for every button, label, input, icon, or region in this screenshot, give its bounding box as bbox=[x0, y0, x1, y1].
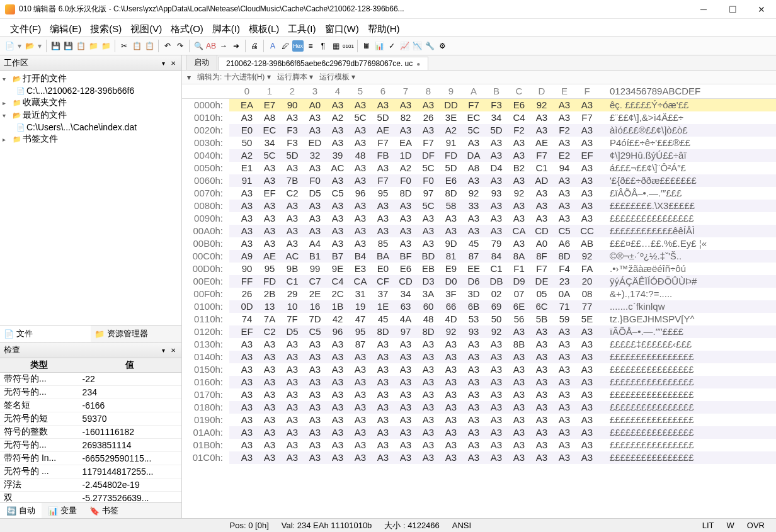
panel-close-icon[interactable]: ✕ bbox=[169, 346, 178, 354]
hex-row[interactable]: 0080h:A3A3A3A3A3A3A3A35C5833A3A3A3A3A3££… bbox=[182, 200, 776, 212]
inspect-row[interactable]: 符号的整数-1601116182 bbox=[0, 426, 181, 439]
goto-icon[interactable]: → bbox=[218, 40, 229, 52]
wrap-icon[interactable]: ¶ bbox=[317, 40, 329, 52]
dropdown-icon[interactable]: ▾ bbox=[16, 40, 23, 52]
hex-row[interactable]: 0090h:A3A3A3A3A3A3A3A3A3A3A3A3A3A3A3A3££… bbox=[182, 212, 776, 225]
tool-icon[interactable]: 🔧 bbox=[424, 40, 435, 52]
hex-row[interactable]: 01B0h:A3A3A3A3A3A3A3A3A3A3A3A3A3A3A3A3££… bbox=[182, 439, 776, 451]
folder-icon[interactable]: 📁 bbox=[88, 40, 99, 52]
panel-menu-icon[interactable]: ▾ bbox=[159, 59, 168, 67]
inspect-row[interactable]: 无符号的 ...1179144817255... bbox=[0, 465, 181, 478]
hex-row[interactable]: 00F0h:262B292E2C3137343A3F3D0207050A08&+… bbox=[182, 288, 776, 300]
hex-row[interactable]: 0170h:A3A3A3A3A3A3A3A3A3A3A3A3A3A3A3A3££… bbox=[182, 388, 776, 401]
new-icon[interactable]: 📄 bbox=[4, 40, 15, 52]
cut-icon[interactable]: ✂ bbox=[118, 40, 130, 52]
redo-icon[interactable]: ↷ bbox=[174, 40, 186, 52]
hex-row[interactable]: 0190h:A3A3A3A3A3A3A3A3A3A3A3A3A3A3A3A3££… bbox=[182, 414, 776, 426]
tool2-icon[interactable]: ⚙ bbox=[437, 40, 448, 52]
saveas-icon[interactable]: 📋 bbox=[75, 40, 86, 52]
tab-close-icon[interactable]: ● bbox=[416, 60, 420, 67]
close-button[interactable]: ✕ bbox=[747, 0, 776, 19]
inspect-row[interactable]: 双-5.2773526639... bbox=[0, 492, 181, 503]
hex-row[interactable]: 0100h:0D1310161B191E6360666B696E6C7177..… bbox=[182, 300, 776, 313]
tree-open-files[interactable]: ▾📂打开的文件 bbox=[0, 72, 181, 85]
inspect-row[interactable]: 无符号的...234 bbox=[0, 386, 181, 399]
checksum-icon[interactable]: ✓ bbox=[386, 40, 397, 52]
hex-icon[interactable]: Hex bbox=[292, 40, 304, 52]
copy-icon[interactable]: 📋 bbox=[131, 40, 142, 52]
hex-row[interactable]: 0160h:A3A3A3A3A3A3A3A3A3A3A3A3A3A3A3A3££… bbox=[182, 376, 776, 388]
find-icon[interactable]: 🔍 bbox=[193, 40, 204, 52]
menu-search[interactable]: 搜索(S) bbox=[86, 22, 125, 37]
minimize-button[interactable]: ─ bbox=[689, 0, 718, 19]
compare-icon[interactable]: 📊 bbox=[374, 40, 385, 52]
calc-icon[interactable]: 🖩 bbox=[361, 40, 372, 52]
menu-tools[interactable]: 工具(I) bbox=[284, 22, 319, 37]
run-script-dropdown[interactable]: 运行脚本 ▾ bbox=[277, 72, 313, 82]
tree-bookmark-files[interactable]: ▸📁书签文件 bbox=[0, 133, 181, 145]
hex-row[interactable]: 01C0h:A3A3A3A3A3A3A3A3A3A3A3A3A3A3A3A3££… bbox=[182, 451, 776, 464]
hex-row[interactable]: 00D0h:90959B999EE3E0E6EBE9EEC1F1F7F4FA.•… bbox=[182, 263, 776, 275]
highlight-icon[interactable]: 🖊 bbox=[280, 40, 291, 52]
hex-row[interactable]: 0150h:A3A3A3A3A3A3A3A3A3A3A3A3A3A3A3A3££… bbox=[182, 363, 776, 376]
font-icon[interactable]: A bbox=[267, 40, 278, 52]
folder2-icon[interactable]: 📁 bbox=[100, 40, 111, 52]
tab-files[interactable]: 📄文件 bbox=[0, 325, 91, 342]
hex-view[interactable]: 0123456789ABCDEF 0123456789ABCDEF 0000h:… bbox=[182, 84, 776, 518]
menu-window[interactable]: 窗口(W) bbox=[321, 22, 363, 37]
hex-row[interactable]: 0120h:EFC2D5C596958D978D929392A3A3A3A3ïÂ… bbox=[182, 325, 776, 338]
insp-tab-bookmark[interactable]: 🔖书签 bbox=[83, 503, 125, 518]
hex-row[interactable]: 00B0h:A3A3A3A4A3A385A3A39D4579A3A0A6AB££… bbox=[182, 237, 776, 250]
hex-row[interactable]: 0000h:EAE790A0A3A3A3A3A3DDF7F3E692A3A3êç… bbox=[182, 99, 776, 111]
menu-edit[interactable]: 编辑(E) bbox=[46, 22, 85, 37]
inspect-col-type[interactable]: 类型 bbox=[0, 358, 79, 373]
open-icon[interactable]: 📂 bbox=[24, 40, 35, 52]
menu-script[interactable]: 脚本(I) bbox=[208, 22, 244, 37]
edit-as-dropdown[interactable]: 编辑为: 十六进制(H) ▾ bbox=[197, 72, 271, 82]
hex-row[interactable]: 0060h:91A37BF0A3A3F7F0F0E6A3A3A3ADA3A3'£… bbox=[182, 174, 776, 187]
panel-close-icon[interactable]: ✕ bbox=[169, 59, 178, 67]
tree-file1[interactable]: 📄C:\...\210062-128-396b66f6 bbox=[0, 85, 181, 96]
insp-tab-auto[interactable]: 🔄自动 bbox=[0, 503, 42, 518]
tree-recent1[interactable]: 📄C:\Users\...\Cache\index.dat bbox=[0, 122, 181, 133]
tab-current-file[interactable]: 210062-128-396b66f65aebe6c29679db7769806… bbox=[218, 57, 428, 70]
hex-row[interactable]: 0110h:747A7F7D4247454A484D5350565B595Etz… bbox=[182, 313, 776, 325]
inspect-row[interactable]: 带符号的 In...-665529590115... bbox=[0, 452, 181, 465]
tab-explorer[interactable]: 📁资源管理器 bbox=[91, 325, 181, 342]
run-template-dropdown[interactable]: 运行模板 ▾ bbox=[319, 72, 355, 82]
insp-tab-var[interactable]: 📊变量 bbox=[42, 503, 83, 518]
hex-row[interactable]: 00C0h:A9AEACB1B7B4BABFBD8187848A8F8D92©®… bbox=[182, 250, 776, 263]
maximize-button[interactable]: ☐ bbox=[718, 0, 747, 19]
menu-view[interactable]: 视图(V) bbox=[127, 22, 166, 37]
hex-row[interactable]: 0130h:A3A3A3A3A387A3A3A3A3A3A38BA3A3A3££… bbox=[182, 338, 776, 351]
inspect-row[interactable]: 签名短-6166 bbox=[0, 399, 181, 412]
bin-icon[interactable]: 0101 bbox=[343, 40, 354, 52]
inspect-row[interactable]: 浮法-2.454802e-19 bbox=[0, 478, 181, 492]
hex-row[interactable]: 0050h:E1A3A3A3ACA3A3A25C5DA8D4B2C194A3á£… bbox=[182, 162, 776, 174]
dropdown-icon[interactable]: ▾ bbox=[37, 40, 43, 52]
text-icon[interactable]: ≡ bbox=[305, 40, 316, 52]
tab-start[interactable]: 启动 bbox=[186, 55, 217, 70]
panel-menu-icon[interactable]: ▾ bbox=[159, 346, 168, 354]
print-icon[interactable]: 🖨 bbox=[249, 40, 260, 52]
saveall-icon[interactable]: 💾 bbox=[62, 40, 74, 52]
menu-help[interactable]: 帮助(H) bbox=[364, 22, 404, 37]
replace-icon[interactable]: AB bbox=[205, 40, 217, 52]
hex-row[interactable]: 0030h:5034F3EDA3A3F7EAF791A3A3A3AEA3A3P4… bbox=[182, 137, 776, 149]
menu-format[interactable]: 格式(O) bbox=[167, 22, 207, 37]
next-icon[interactable]: ➜ bbox=[231, 40, 242, 52]
hex-row[interactable]: 0010h:A3A8A3A3A25C5D82263EEC34C4A3A3F7£¨… bbox=[182, 111, 776, 124]
inspect-row[interactable]: 无符号的短59370 bbox=[0, 412, 181, 426]
hex-row[interactable]: 0180h:A3A3A3A3A3A3A3A3A3A3A3A3A3A3A3A3££… bbox=[182, 401, 776, 414]
inspect-col-value[interactable]: 值 bbox=[79, 358, 181, 373]
hex-row[interactable]: 00E0h:FFFDC1C7C4CACFCDD3D0D6DBD9DE2320ÿý… bbox=[182, 275, 776, 288]
tree-fav-files[interactable]: ▸📁收藏夹文件 bbox=[0, 96, 181, 109]
menu-file[interactable]: 文件(F) bbox=[6, 22, 45, 37]
hex-row[interactable]: 0040h:A25C5D323948FB1DDFFDDAA3A3F7E2EF¢\… bbox=[182, 149, 776, 162]
paste-icon[interactable]: 📋 bbox=[144, 40, 155, 52]
menu-template[interactable]: 模板(L) bbox=[245, 22, 283, 37]
hex-row[interactable]: 0070h:A3EFC2D5C596958D978D929392A3A3A3£ï… bbox=[182, 187, 776, 200]
undo-icon[interactable]: ↶ bbox=[162, 40, 173, 52]
inspect-row[interactable]: 无符号的...2693851114 bbox=[0, 439, 181, 452]
tree-recent-files[interactable]: ▾📂最近的文件 bbox=[0, 109, 181, 122]
